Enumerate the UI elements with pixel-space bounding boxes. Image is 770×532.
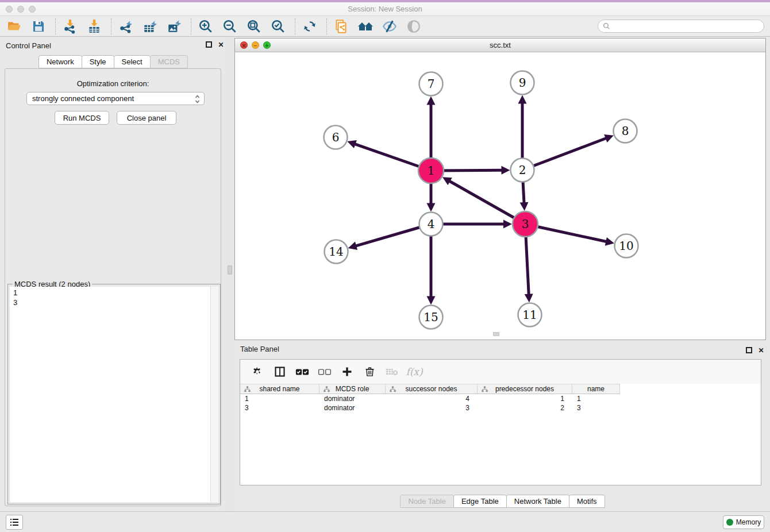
canvas-scrollbar-grip[interactable] — [493, 332, 499, 336]
tab-select[interactable]: Select — [114, 55, 151, 68]
column-label: MCDS role — [336, 385, 369, 393]
cell-successor-nodes[interactable]: 3 — [386, 403, 478, 413]
cell-name[interactable]: 3 — [572, 403, 620, 413]
node-label-6: 6 — [332, 130, 340, 144]
close-panel-icon[interactable]: ✕ — [217, 41, 225, 49]
column-header-MCDS-role[interactable]: MCDS role — [319, 384, 386, 394]
arrowhead-4-3 — [503, 220, 512, 229]
tab-node-table[interactable]: Node Table — [400, 495, 454, 508]
close-table-panel-icon[interactable]: ✕ — [757, 347, 765, 354]
column-label: shared name — [259, 385, 299, 393]
panel-splitter[interactable] — [226, 37, 234, 511]
cell-predecessor-nodes[interactable]: 1 — [478, 394, 572, 403]
chevron-up-down-icon — [195, 94, 200, 106]
hierarchy-icon — [244, 386, 251, 394]
cell-successor-nodes[interactable]: 4 — [386, 394, 478, 403]
deselect-all-rows-icon[interactable] — [317, 364, 333, 380]
column-header-shared-name[interactable]: shared name — [240, 384, 319, 394]
splitter-grip[interactable] — [228, 265, 232, 275]
edge-2-8[interactable] — [522, 138, 607, 170]
node-label-4: 4 — [428, 217, 435, 231]
status-bar: Memory — [0, 511, 770, 532]
close-panel-button[interactable]: Close panel — [117, 111, 176, 125]
column-header-predecessor-nodes[interactable]: predecessor nodes — [478, 384, 572, 394]
save-session-icon[interactable] — [30, 18, 47, 35]
memory-label: Memory — [736, 518, 761, 526]
table-panel: Table Panel ✕ — [234, 340, 770, 511]
search-box[interactable] — [598, 20, 764, 33]
zoom-in-icon[interactable] — [197, 18, 214, 35]
network-view-window: ✕ − + scc.txt 7968124314101511 — [234, 38, 766, 340]
home-icon[interactable] — [357, 18, 374, 35]
arrowhead-4-14 — [348, 242, 357, 250]
tab-motifs[interactable]: Motifs — [569, 495, 605, 508]
table-settings-icon[interactable] — [249, 364, 265, 380]
hide-graphics-details-icon[interactable] — [381, 18, 398, 35]
column-header-name[interactable]: name — [572, 384, 620, 394]
optimization-criterion-value: strongly connected component — [32, 94, 134, 103]
network-window-titlebar[interactable]: ✕ − + scc.txt — [235, 38, 765, 52]
show-task-history-button[interactable] — [6, 515, 23, 530]
import-network-icon[interactable] — [61, 18, 79, 35]
arrowhead-2-9 — [518, 95, 527, 104]
refresh-view-icon[interactable] — [301, 18, 318, 35]
node-label-9: 9 — [519, 76, 526, 90]
tab-network-table[interactable]: Network Table — [506, 495, 569, 508]
column-header-successor-nodes[interactable]: successor nodes — [386, 384, 478, 394]
add-column-icon[interactable] — [339, 364, 355, 380]
export-table-icon[interactable] — [141, 18, 159, 35]
application-window: Session: New Session — [0, 0, 770, 532]
run-mcds-button[interactable]: Run MCDS — [55, 111, 109, 125]
mcds-result-scrollbar[interactable] — [210, 287, 218, 502]
arrowhead-4-15 — [427, 296, 436, 305]
tab-edge-table[interactable]: Edge Table — [453, 495, 507, 508]
tab-style[interactable]: Style — [82, 55, 114, 68]
search-input[interactable] — [613, 22, 764, 30]
open-session-icon[interactable] — [6, 18, 23, 35]
table-header-row: shared nameMCDS rolesuccessor nodesprede… — [240, 384, 620, 394]
import-table-icon[interactable] — [86, 18, 103, 35]
delete-column-icon[interactable] — [361, 364, 378, 380]
table-row[interactable]: 1dominator411 — [240, 394, 620, 403]
mcds-result-text[interactable]: 1 3 — [10, 287, 210, 502]
export-image-icon[interactable] — [165, 18, 183, 35]
delete-table-icon — [384, 364, 400, 380]
cell-predecessor-nodes[interactable]: 2 — [478, 403, 572, 413]
zoom-fit-icon[interactable] — [245, 18, 263, 35]
arrowhead-1-7 — [427, 97, 436, 105]
node-label-14: 14 — [329, 245, 343, 259]
node-label-15: 15 — [424, 310, 438, 324]
float-panel-icon[interactable] — [206, 41, 213, 49]
table-panel-title: Table Panel — [240, 345, 279, 353]
cell-name[interactable]: 1 — [572, 394, 620, 403]
tab-mcds[interactable]: MCDS — [150, 55, 188, 68]
column-visibility-icon[interactable] — [272, 364, 288, 380]
show-graphics-details-icon — [405, 18, 422, 35]
network-canvas[interactable]: 7968124314101511 — [235, 52, 765, 340]
new-network-from-selection-icon[interactable] — [333, 18, 350, 35]
node-label-3: 3 — [522, 217, 529, 231]
cell-MCDS-role[interactable]: dominator — [319, 394, 386, 403]
float-table-panel-icon[interactable] — [746, 347, 753, 354]
table-row[interactable]: 3dominator323 — [240, 403, 620, 413]
column-label: predecessor nodes — [495, 385, 554, 393]
cell-shared-name[interactable]: 3 — [240, 403, 319, 413]
export-network-icon[interactable] — [117, 18, 134, 35]
cell-shared-name[interactable]: 1 — [240, 394, 319, 403]
toolbar-separator — [191, 18, 191, 34]
arrowhead-3-10 — [605, 237, 614, 246]
hierarchy-icon — [482, 386, 488, 394]
tab-network[interactable]: Network — [38, 55, 82, 68]
column-label: successor nodes — [405, 385, 457, 393]
mcds-result-groupbox: MCDS result (2 nodes) 1 3 — [7, 284, 221, 504]
control-panel-tabs: NetworkStyleSelectMCDS — [0, 55, 226, 68]
cell-MCDS-role[interactable]: dominator — [319, 403, 386, 413]
zoom-out-icon[interactable] — [221, 18, 238, 35]
zoom-selected-icon[interactable] — [270, 18, 287, 35]
optimization-criterion-select[interactable]: strongly connected component — [26, 92, 205, 105]
node-label-1: 1 — [428, 164, 435, 178]
select-all-rows-icon[interactable] — [294, 364, 310, 380]
fx-label: f(x) — [406, 366, 422, 377]
node-label-8: 8 — [622, 124, 629, 138]
memory-button[interactable]: Memory — [723, 515, 764, 529]
